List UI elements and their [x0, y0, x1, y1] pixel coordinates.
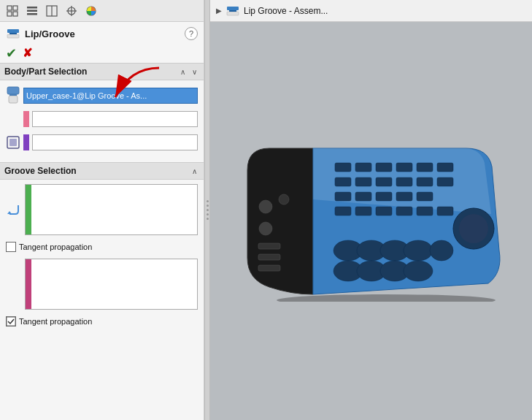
- svg-rect-42: [396, 177, 412, 186]
- pink-color-input[interactable]: [32, 111, 198, 127]
- svg-rect-41: [376, 177, 392, 186]
- svg-rect-33: [335, 163, 351, 172]
- svg-rect-45: [335, 192, 351, 201]
- svg-rect-25: [227, 12, 239, 15]
- svg-rect-17: [7, 87, 19, 94]
- checkbox-check-icon: [7, 317, 15, 326]
- left-panel: Lip/Groove ? ✔ ✘ Body/Part Selection ∧ ∨: [0, 0, 204, 420]
- collapse-up-button[interactable]: ∧: [177, 66, 188, 77]
- tangent-label-2: Tangent propagation: [19, 317, 92, 326]
- ok-button[interactable]: ✔: [6, 47, 17, 60]
- body-selection-input[interactable]: [23, 88, 198, 104]
- svg-rect-21: [9, 139, 17, 146]
- svg-rect-44: [437, 177, 453, 186]
- svg-rect-4: [27, 7, 37, 9]
- pink-color-bar: [23, 111, 29, 127]
- body-icon-2-svg: [7, 136, 20, 149]
- svg-rect-19: [9, 94, 17, 96]
- cancel-button[interactable]: ✘: [23, 47, 32, 59]
- svg-rect-6: [27, 13, 37, 15]
- list-icon: [26, 5, 38, 17]
- panel-divider[interactable]: [204, 0, 210, 420]
- tree-expand-arrow[interactable]: ▶: [216, 7, 222, 15]
- collapse-buttons: ∧ ∨: [177, 66, 199, 77]
- svg-rect-50: [335, 207, 351, 215]
- body-selection-row: [6, 85, 198, 107]
- svg-point-29: [279, 194, 289, 205]
- svg-rect-48: [396, 192, 412, 201]
- groove-section-header: Groove Selection ∧: [0, 163, 204, 180]
- svg-rect-0: [7, 6, 12, 10]
- ok-cancel-row: ✔ ✘: [0, 44, 204, 63]
- tangent-row-2: Tangent propagation: [6, 314, 198, 329]
- purple-color-bar: [23, 134, 29, 150]
- body-part-section-title: Body/Part Selection: [4, 66, 87, 77]
- groove-magenta-row: [6, 259, 198, 310]
- groove-green-box[interactable]: [25, 184, 198, 235]
- groove-icon-area-2: [6, 259, 22, 310]
- feature-title: Lip/Groove: [25, 28, 75, 39]
- feature-header: Lip/Groove ?: [0, 22, 204, 44]
- color-button[interactable]: [82, 2, 100, 20]
- split-button[interactable]: [43, 2, 61, 20]
- body-part-icon: [7, 85, 20, 106]
- svg-rect-24: [227, 7, 239, 10]
- tangent-checkbox-1[interactable]: [6, 242, 16, 252]
- tangent-checkbox-2[interactable]: [6, 316, 16, 327]
- divider-dot-5: [207, 218, 209, 220]
- svg-rect-52: [376, 207, 392, 215]
- svg-marker-22: [7, 211, 12, 214]
- svg-rect-13: [7, 29, 19, 33]
- right-topbar: ▶ Lip Groove - Assem...: [210, 0, 532, 22]
- svg-rect-36: [396, 163, 412, 172]
- lip-groove-feature-icon: [6, 26, 20, 41]
- svg-rect-39: [335, 177, 351, 186]
- svg-rect-55: [437, 207, 453, 215]
- color-wheel-icon: [85, 5, 97, 17]
- divider-dot-2: [207, 205, 209, 207]
- svg-rect-15: [9, 33, 17, 34]
- svg-rect-23: [7, 317, 15, 326]
- svg-point-64: [404, 261, 433, 281]
- svg-rect-53: [396, 207, 412, 215]
- crosshair-icon: [66, 5, 77, 17]
- help-button[interactable]: ?: [185, 27, 198, 40]
- svg-rect-26: [229, 10, 236, 12]
- groove-section-body: Tangent propagation Tange: [0, 180, 204, 333]
- svg-point-66: [459, 214, 488, 243]
- svg-rect-37: [417, 163, 433, 172]
- groove-section: Groove Selection ∧ Ta: [0, 162, 204, 333]
- groove-magenta-box[interactable]: [25, 259, 198, 310]
- body-part-section: Body/Part Selection ∧ ∨: [0, 63, 204, 162]
- svg-rect-1: [13, 6, 18, 10]
- svg-point-28: [259, 222, 272, 235]
- svg-rect-14: [7, 34, 19, 38]
- svg-rect-30: [258, 243, 280, 249]
- remote-control-svg: [240, 141, 503, 302]
- tree-item-label: Lip Groove - Assem...: [244, 6, 328, 16]
- groove-green-bar: [26, 185, 31, 234]
- collapse-down-button[interactable]: ∨: [189, 66, 199, 77]
- svg-point-59: [404, 240, 433, 261]
- return-arrow-icon: [7, 202, 21, 217]
- groove-collapse-up-button[interactable]: ∧: [189, 166, 199, 176]
- list-button[interactable]: [23, 2, 41, 20]
- svg-rect-35: [376, 163, 392, 172]
- pink-bar-row: [6, 111, 198, 127]
- svg-rect-5: [27, 9, 37, 12]
- body-selection-icon: [6, 85, 20, 107]
- groove-green-row: [6, 184, 198, 235]
- divider-dots: [207, 200, 209, 220]
- body-part-section-body: [0, 80, 204, 162]
- groove-collapse-buttons: ∧: [189, 166, 199, 176]
- svg-rect-51: [355, 207, 371, 215]
- groove-return-icon: [6, 184, 22, 235]
- svg-rect-34: [355, 163, 371, 172]
- crosshair-button[interactable]: [63, 2, 80, 20]
- purple-color-input[interactable]: [32, 134, 198, 150]
- grid-icon: [7, 5, 18, 17]
- groove-magenta-bar: [26, 259, 31, 309]
- grid-button[interactable]: [4, 2, 21, 20]
- svg-rect-18: [9, 96, 18, 103]
- 3d-viewport[interactable]: [210, 22, 532, 420]
